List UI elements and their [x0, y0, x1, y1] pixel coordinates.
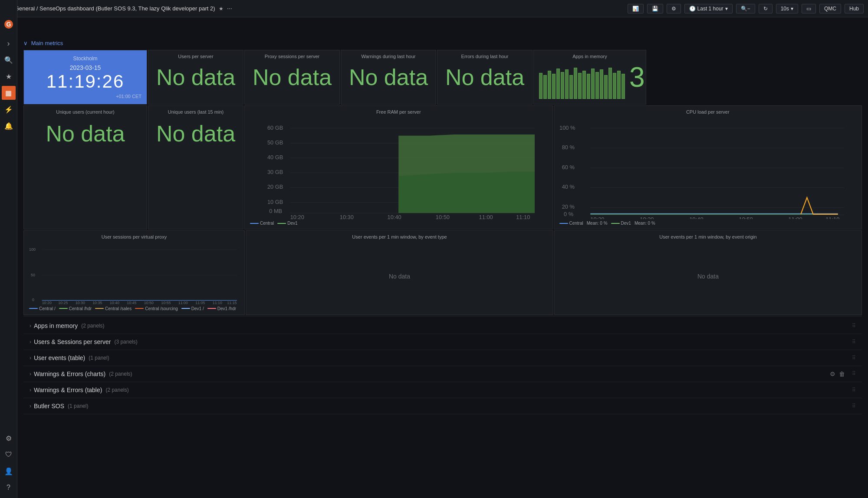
apps-memory-bars [539, 64, 625, 99]
share-button[interactable]: ⋯ [227, 6, 232, 12]
unique-users-15min-title: Unique users (last 15 min) [154, 109, 238, 115]
hub-button[interactable]: Hub [845, 4, 864, 13]
toggle-sidebar-icon[interactable]: › [2, 36, 16, 50]
section-butler-sos[interactable]: › Butler SOS (1 panel) ⠿ [23, 398, 862, 414]
section-collapse-icon: › [30, 387, 31, 393]
section-collapse-icon: › [30, 355, 31, 361]
users-per-server-title: Users per server [154, 54, 238, 59]
unique-users-15min-value: No data [154, 116, 238, 151]
svg-text:10:20: 10:20 [42, 301, 52, 305]
svg-text:10:30: 10:30 [340, 214, 354, 219]
section-user-events-table[interactable]: › User events (table) (1 panel) ⠿ [23, 350, 862, 366]
user-events-type-title: User events per 1 min window, by event t… [251, 234, 548, 239]
tv-mode-button[interactable]: ▭ [802, 4, 816, 13]
svg-text:100: 100 [29, 247, 36, 252]
drag-handle-icon[interactable]: ⠿ [852, 323, 856, 329]
section-settings-icon[interactable]: ⚙ [830, 370, 835, 377]
drag-handle-icon[interactable]: ⠿ [852, 355, 856, 361]
grafana-logo[interactable]: G [2, 17, 16, 31]
drag-handle-icon[interactable]: ⠿ [852, 387, 856, 393]
stockholm-card: Stockholm 2023-03-15 11:19:26 +01:00 CET [23, 50, 147, 105]
svg-text:10:55: 10:55 [161, 301, 171, 305]
svg-text:0: 0 [32, 298, 34, 302]
user-events-type-nodata: No data [251, 242, 548, 311]
breadcrumb: General / SenseOps dashboard (Butler SOS… [15, 5, 215, 12]
refresh-button[interactable]: ↻ [759, 4, 773, 13]
sidebar: G › 🔍 ★ ▦ ⚡ 🔔 ⚙ 🛡 👤 ? [0, 0, 17, 498]
section-collapse-icon: › [30, 371, 31, 377]
warnings-card: Warnings during last hour No data [341, 50, 436, 105]
warnings-value: No data [346, 61, 431, 94]
proxy-sessions-title: Proxy sessions per server [250, 54, 334, 59]
refresh-interval-label: 10s [781, 6, 789, 12]
time-range-label: Last 1 hour [697, 6, 723, 12]
section-sub: (2 panels) [105, 387, 128, 393]
qmc-button[interactable]: QMC [819, 4, 841, 13]
users-per-server-value: No data [154, 61, 238, 94]
svg-text:10:40: 10:40 [110, 301, 119, 305]
unique-users-hour-value: No data [29, 116, 141, 151]
time-range-picker[interactable]: 🕐 Last 1 hour ▾ [684, 4, 733, 13]
refresh-interval[interactable]: 10s ▾ [776, 4, 798, 13]
explore-icon[interactable]: ⚡ [2, 102, 16, 116]
svg-text:20 GB: 20 GB [267, 183, 283, 190]
user-sessions-legend: Central / Central /hdr Central /sales Ce… [29, 306, 239, 311]
unique-users-hour-title: Unique users (current hour) [29, 109, 141, 115]
section-warnings-errors-table[interactable]: › Warnings & Errors (table) (2 panels) ⠿ [23, 382, 862, 398]
section-label: Apps in memory [34, 322, 78, 329]
drag-handle-icon[interactable]: ⠿ [852, 403, 856, 409]
errors-value: No data [443, 61, 527, 94]
topbar: General / SenseOps dashboard (Butler SOS… [0, 0, 868, 17]
cpu-load-card: CPU load per server 100 % 80 % 60 % 40 %… [554, 105, 862, 229]
user-events-origin-title: User events per 1 min window, by event o… [560, 234, 856, 239]
user-avatar[interactable]: 👤 [2, 464, 16, 478]
section-delete-icon[interactable]: 🗑 [839, 370, 845, 377]
proxy-sessions-card: Proxy sessions per server No data [244, 50, 340, 105]
section-warnings-errors-charts[interactable]: › Warnings & Errors (charts) (2 panels) … [23, 366, 862, 382]
drag-handle-icon[interactable]: ⠿ [852, 370, 856, 377]
free-ram-title: Free RAM per server [250, 109, 547, 115]
shield-icon[interactable]: 🛡 [2, 448, 16, 462]
stockholm-time: 11:19:26 [46, 71, 125, 92]
svg-text:100 %: 100 % [559, 124, 575, 131]
main-metrics-header[interactable]: ∨ Main metrics [23, 40, 862, 46]
errors-card: Errors during last hour No data [437, 50, 533, 105]
svg-marker-21 [290, 171, 535, 213]
sections-list: › Apps in memory (2 panels) ⠿ › Users & … [23, 316, 862, 414]
svg-text:11:05: 11:05 [195, 301, 205, 305]
alerting-icon[interactable]: 🔔 [2, 119, 16, 133]
help-icon[interactable]: ? [2, 481, 16, 495]
free-ram-legend: Central Dev1 [250, 221, 547, 226]
zoom-out-button[interactable]: 🔍− [736, 4, 755, 13]
charts-row: User sessions per virtual proxy 100 50 0… [23, 230, 862, 315]
svg-text:50 GB: 50 GB [267, 139, 283, 146]
user-events-origin-card: User events per 1 min window, by event o… [554, 230, 862, 315]
svg-text:11:10: 11:10 [825, 216, 839, 220]
unique-users-15min-card: Unique users (last 15 min) No data [148, 105, 243, 229]
svg-text:0 MB: 0 MB [269, 208, 282, 214]
section-label: Warnings & Errors (charts) [34, 370, 105, 377]
dashboards-icon[interactable]: ▦ [2, 86, 16, 100]
save-icon[interactable]: 💾 [647, 4, 663, 13]
svg-text:10:40: 10:40 [388, 214, 401, 219]
main-metrics-grid: Stockholm 2023-03-15 11:19:26 +01:00 CET… [23, 50, 862, 105]
svg-text:10:30: 10:30 [76, 301, 85, 305]
section-collapse-icon: › [30, 323, 31, 329]
drag-handle-icon[interactable]: ⠿ [852, 339, 856, 345]
starred-icon[interactable]: ★ [2, 69, 16, 83]
settings-button[interactable]: ⚙ [667, 4, 681, 13]
svg-text:40 %: 40 % [562, 183, 574, 190]
section-sub: (3 panels) [114, 339, 137, 345]
bar-chart-icon[interactable]: 📊 [628, 4, 644, 13]
section-sub: (2 panels) [81, 323, 104, 329]
svg-text:10:50: 10:50 [436, 214, 450, 219]
svg-text:60 %: 60 % [562, 164, 574, 170]
star-button[interactable]: ★ [219, 6, 224, 12]
search-icon[interactable]: 🔍 [2, 53, 16, 67]
user-sessions-chart: 100 50 0 10:20 10:25 10:30 10:35 10:40 1… [29, 242, 239, 304]
svg-text:11:00: 11:00 [788, 216, 802, 220]
svg-text:20 %: 20 % [562, 203, 574, 210]
section-users-sessions[interactable]: › Users & Sessions per server (3 panels)… [23, 334, 862, 350]
section-apps-in-memory[interactable]: › Apps in memory (2 panels) ⠿ [23, 318, 862, 334]
settings-icon[interactable]: ⚙ [2, 431, 16, 445]
